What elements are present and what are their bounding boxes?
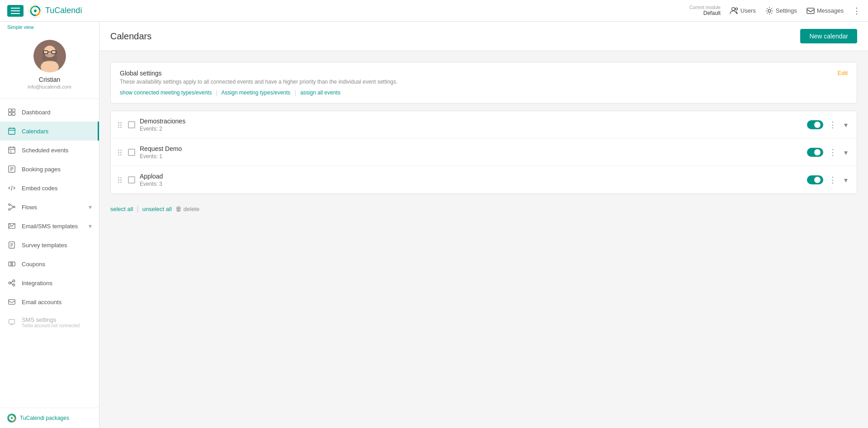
calendar-actions-1: ⋮ ▾ xyxy=(807,146,849,159)
svg-point-32 xyxy=(9,204,10,206)
svg-rect-21 xyxy=(9,147,15,154)
sidebar-item-flows[interactable]: Flows ▾ xyxy=(0,198,99,216)
email-sms-chevron: ▾ xyxy=(89,222,92,230)
svg-rect-52 xyxy=(9,320,15,324)
assign-meeting-types-link[interactable]: Assign meeting types/events xyxy=(222,89,291,96)
calendar-item: Appload Events: 3 ⋮ ▾ xyxy=(111,166,857,193)
logo-text: TuCalendi xyxy=(45,6,82,15)
user-email: info@tucalendi.com xyxy=(28,84,71,89)
sidebar-item-coupons[interactable]: Coupons xyxy=(0,254,99,273)
unselect-all-button[interactable]: unselect all xyxy=(142,206,172,212)
calendar-toggle-1[interactable] xyxy=(807,148,823,157)
drag-handle-0[interactable] xyxy=(118,122,122,128)
sidebar-item-embed-codes[interactable]: Embed codes xyxy=(0,179,99,198)
scheduled-events-icon xyxy=(7,146,16,155)
logo: TuCalendi xyxy=(28,4,82,18)
calendar-more-button-0[interactable]: ⋮ xyxy=(827,118,839,132)
svg-rect-16 xyxy=(12,113,15,115)
sidebar-item-scheduled-events[interactable]: Scheduled events xyxy=(0,141,99,160)
svg-point-2 xyxy=(731,7,735,10)
sms-settings-label: SMS settings xyxy=(22,316,92,323)
delete-button[interactable]: 🗑 delete xyxy=(175,205,199,212)
coupons-icon xyxy=(7,259,16,268)
sidebar-item-sms-settings[interactable]: SMS settings Twilio account not connecte… xyxy=(0,311,99,333)
select-all-button[interactable]: select all xyxy=(110,206,133,212)
svg-point-47 xyxy=(13,280,15,282)
svg-point-1 xyxy=(34,9,37,12)
global-settings-edit-button[interactable]: Edit xyxy=(838,70,848,76)
sidebar-item-label: Integrations xyxy=(22,280,92,287)
hamburger-menu-button[interactable] xyxy=(7,5,24,17)
svg-point-4 xyxy=(768,9,771,12)
svg-point-3 xyxy=(735,8,737,10)
sms-settings-sub: Twilio account not connected xyxy=(22,323,92,328)
users-button[interactable]: Users xyxy=(730,6,756,15)
global-settings-title: Global settings xyxy=(120,70,397,77)
drag-handle-1[interactable] xyxy=(118,150,122,155)
sidebar-item-label: Survey templates xyxy=(22,242,92,249)
email-accounts-icon xyxy=(7,297,16,306)
global-settings-card: Global settings These availability setti… xyxy=(110,62,857,103)
settings-button[interactable]: Settings xyxy=(765,6,797,15)
global-settings-info: Global settings These availability setti… xyxy=(120,70,397,85)
calendar-checkbox-1[interactable] xyxy=(128,149,135,156)
main-layout: Simple view Cristian info@tucalendi.com xyxy=(0,22,868,428)
calendar-expand-button-1[interactable]: ▾ xyxy=(842,146,849,159)
calendar-more-button-2[interactable]: ⋮ xyxy=(827,173,839,187)
sidebar-item-email-accounts[interactable]: Email accounts xyxy=(0,292,99,311)
calendar-more-button-1[interactable]: ⋮ xyxy=(827,146,839,159)
flows-chevron: ▾ xyxy=(89,203,92,211)
svg-line-35 xyxy=(10,205,13,207)
calendar-expand-button-2[interactable]: ▾ xyxy=(842,174,849,186)
calendars-icon xyxy=(7,127,16,136)
messages-icon xyxy=(806,6,815,15)
calendar-actions-0: ⋮ ▾ xyxy=(807,118,849,132)
new-calendar-button[interactable]: New calendar xyxy=(800,29,857,43)
more-options-button[interactable]: ⋮ xyxy=(853,6,861,16)
sidebar-item-label: Coupons xyxy=(22,261,92,268)
svg-rect-42 xyxy=(9,262,15,266)
messages-button[interactable]: Messages xyxy=(806,6,844,15)
drag-handle-2[interactable] xyxy=(118,177,122,183)
calendar-checkbox-2[interactable] xyxy=(128,176,135,183)
svg-rect-13 xyxy=(9,109,11,112)
sidebar-item-calendars[interactable]: Calendars xyxy=(0,122,99,141)
sidebar-item-dashboard[interactable]: Dashboard xyxy=(0,103,99,122)
calendar-name-1: Request Demo xyxy=(140,145,802,152)
logo-icon xyxy=(28,4,42,18)
sms-settings-icon xyxy=(7,318,16,327)
calendar-events-2: Events: 3 xyxy=(140,181,802,187)
avatar xyxy=(33,40,66,72)
sidebar-item-email-sms-templates[interactable]: Email/SMS templates ▾ xyxy=(0,216,99,235)
svg-point-46 xyxy=(9,282,11,284)
svg-point-48 xyxy=(13,284,15,286)
svg-rect-5 xyxy=(807,8,814,14)
tucalendi-packages-link[interactable]: TuCalendi packages xyxy=(7,414,92,423)
calendar-expand-button-0[interactable]: ▾ xyxy=(842,119,849,131)
global-settings-header: Global settings These availability setti… xyxy=(120,70,848,85)
calendar-info-0: Demostraciones Events: 2 xyxy=(140,118,802,132)
svg-point-33 xyxy=(14,206,15,208)
calendar-toggle-0[interactable] xyxy=(807,120,823,129)
show-connected-link[interactable]: show connected meeting types/events xyxy=(120,89,212,96)
calendar-events-1: Events: 1 xyxy=(140,153,802,160)
calendar-toggle-2[interactable] xyxy=(807,175,823,184)
page-title: Calendars xyxy=(110,31,151,42)
svg-line-36 xyxy=(10,207,13,209)
content-body: Global settings These availability setti… xyxy=(99,51,868,227)
calendar-item: Demostraciones Events: 2 ⋮ ▾ xyxy=(111,111,857,139)
calendar-checkbox-0[interactable] xyxy=(128,121,135,128)
dashboard-icon xyxy=(7,108,16,117)
simple-view-toggle[interactable]: Simple view xyxy=(0,22,99,33)
svg-rect-17 xyxy=(9,128,15,135)
sidebar-item-integrations[interactable]: Integrations xyxy=(0,273,99,292)
bulk-sep: | xyxy=(137,205,139,213)
assign-all-events-link[interactable]: assign all events xyxy=(300,89,340,96)
sidebar-item-label: SMS settings Twilio account not connecte… xyxy=(22,316,92,328)
packages-label: TuCalendi packages xyxy=(20,415,69,421)
sidebar-item-survey-templates[interactable]: Survey templates xyxy=(0,235,99,254)
sidebar-item-booking-pages[interactable]: Booking pages xyxy=(0,160,99,179)
settings-icon xyxy=(765,6,774,15)
svg-rect-15 xyxy=(9,113,11,115)
sidebar-item-label: Embed codes xyxy=(22,185,92,192)
